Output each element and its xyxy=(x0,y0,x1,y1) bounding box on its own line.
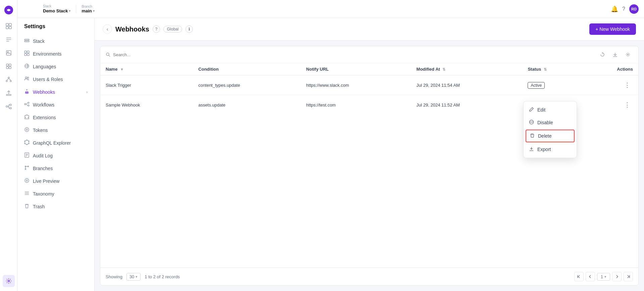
sidebar: Settings Stack Environments Languages xyxy=(17,18,95,291)
search-input[interactable] xyxy=(113,52,180,57)
content-icon[interactable] xyxy=(3,33,15,46)
sidebar-item-label: Taxonomy xyxy=(33,191,54,197)
svg-point-15 xyxy=(6,80,7,82)
branch-selector[interactable]: Branch main ▾ xyxy=(82,5,94,13)
delete-menu-item[interactable]: Delete xyxy=(526,130,575,142)
sort-icon: ▼ xyxy=(120,67,124,71)
first-page-button[interactable] xyxy=(574,272,584,281)
table-row: Slack Trigger content_types.update https… xyxy=(100,75,638,95)
sidebar-item-environments[interactable]: Environments xyxy=(17,48,94,60)
table-footer: Showing 30 ▾ 1 to 2 of 2 records xyxy=(100,268,638,285)
cell-condition: assets.update xyxy=(193,95,301,115)
svg-rect-10 xyxy=(6,64,8,66)
blocks-icon[interactable] xyxy=(3,60,15,72)
svg-rect-1 xyxy=(6,23,8,26)
row-actions-button-2[interactable]: ⋮ xyxy=(622,100,633,110)
settings-icon[interactable] xyxy=(3,275,15,287)
topbar-divider xyxy=(76,5,76,13)
sidebar-item-webhooks[interactable]: Webhooks › xyxy=(17,86,94,98)
taxonomy-icon[interactable] xyxy=(3,74,15,86)
svg-point-73 xyxy=(628,54,629,55)
stack-icon xyxy=(24,38,30,45)
disable-icon xyxy=(529,120,534,126)
sidebar-item-label: Audit Log xyxy=(33,153,53,158)
last-page-button[interactable] xyxy=(624,272,633,281)
cell-name: Slack Trigger xyxy=(100,75,193,95)
new-webhook-button[interactable]: + New Webhook xyxy=(589,23,636,35)
notifications-icon[interactable]: 🔔 xyxy=(611,5,618,13)
sidebar-item-workflows[interactable]: Workflows xyxy=(17,98,94,111)
col-notify-url: Notify URL xyxy=(301,63,411,75)
svg-point-69 xyxy=(106,53,109,56)
per-page-value: 30 xyxy=(129,274,134,279)
sidebar-item-graphql[interactable]: GraphQL Explorer xyxy=(17,137,94,149)
cell-modified-at: Jul 29, 2024 11:52 AM xyxy=(411,95,523,115)
dashboard-icon[interactable] xyxy=(3,20,15,32)
workflows-icon[interactable] xyxy=(3,100,15,113)
global-badge[interactable]: Global xyxy=(163,26,182,32)
cell-notify-url: https://test.com xyxy=(301,95,411,115)
sidebar-item-label: Webhooks xyxy=(33,89,55,95)
taxonomy-sidebar-icon xyxy=(24,191,30,197)
sidebar-item-label: Languages xyxy=(33,64,56,69)
page-header: ‹ Webhooks ? Global ℹ + New Webhook xyxy=(95,18,644,41)
next-page-button[interactable] xyxy=(612,272,622,281)
columns-icon[interactable] xyxy=(623,50,633,60)
extensions-icon xyxy=(24,114,30,121)
sidebar-item-audit-log[interactable]: Audit Log xyxy=(17,149,94,162)
logo-icon[interactable] xyxy=(3,4,15,16)
col-modified-at[interactable]: Modified At ⇅ xyxy=(411,63,523,75)
svg-point-16 xyxy=(10,80,11,82)
table-container: Name ▼ Condition Notify URL Modified At … xyxy=(100,63,638,268)
sidebar-item-extensions[interactable]: Extensions xyxy=(17,111,94,124)
col-name[interactable]: Name ▼ xyxy=(100,63,193,75)
download-icon[interactable] xyxy=(610,50,620,60)
help-icon[interactable]: ? xyxy=(622,6,625,12)
avatar[interactable]: RD xyxy=(629,4,639,14)
sidebar-item-taxonomy[interactable]: Taxonomy xyxy=(17,188,94,200)
stack-name: Demo Stack ▾ xyxy=(43,8,70,14)
row-actions-button[interactable]: ⋮ xyxy=(622,80,633,90)
refresh-icon[interactable] xyxy=(597,50,607,60)
sidebar-item-trash[interactable]: Trash xyxy=(17,200,94,213)
edit-menu-item[interactable]: Edit xyxy=(524,103,577,116)
sidebar-item-languages[interactable]: Languages xyxy=(17,60,94,73)
topbar-right: 🔔 ? RD xyxy=(611,4,639,14)
svg-point-38 xyxy=(24,103,26,105)
svg-rect-2 xyxy=(9,23,11,26)
assets-icon[interactable] xyxy=(3,47,15,59)
svg-point-39 xyxy=(28,102,29,103)
sidebar-item-stack[interactable]: Stack xyxy=(17,35,94,48)
svg-point-46 xyxy=(26,129,28,130)
svg-rect-29 xyxy=(24,39,29,40)
sidebar-item-label: Environments xyxy=(33,51,62,57)
cell-notify-url: https://www.slack.com xyxy=(301,75,411,95)
back-button[interactable]: ‹ xyxy=(103,24,112,34)
page-number[interactable]: 1 ▾ xyxy=(597,273,610,281)
sidebar-item-label: Extensions xyxy=(33,115,56,120)
sidebar-item-live-preview[interactable]: Live Preview xyxy=(17,175,94,188)
svg-rect-12 xyxy=(6,67,8,69)
help-question-icon[interactable]: ? xyxy=(153,25,160,33)
sidebar-item-branches[interactable]: Branches xyxy=(17,162,94,175)
svg-marker-47 xyxy=(25,140,29,145)
topbar: Stack Demo Stack ▾ Branch main ▾ 🔔 ? RD xyxy=(17,0,644,18)
audit-log-icon xyxy=(24,152,30,159)
svg-rect-13 xyxy=(9,67,11,69)
page-title: Webhooks xyxy=(115,25,149,33)
export-menu-item[interactable]: Export xyxy=(524,143,577,156)
col-condition: Condition xyxy=(193,63,301,75)
per-page-select[interactable]: 30 ▾ xyxy=(126,273,141,281)
svg-point-62 xyxy=(25,178,29,183)
languages-icon xyxy=(24,63,30,70)
prev-page-button[interactable] xyxy=(586,272,595,281)
svg-rect-4 xyxy=(9,26,11,29)
col-status[interactable]: Status ⇅ xyxy=(522,63,583,75)
stack-selector[interactable]: Stack Demo Stack ▾ xyxy=(43,4,70,14)
sidebar-item-users-roles[interactable]: Users & Roles xyxy=(17,73,94,86)
sidebar-item-tokens[interactable]: Tokens xyxy=(17,124,94,137)
disable-menu-item[interactable]: Disable xyxy=(524,116,577,129)
releases-icon[interactable] xyxy=(3,87,15,99)
info-icon[interactable]: ℹ xyxy=(185,25,193,33)
svg-point-45 xyxy=(25,128,29,132)
